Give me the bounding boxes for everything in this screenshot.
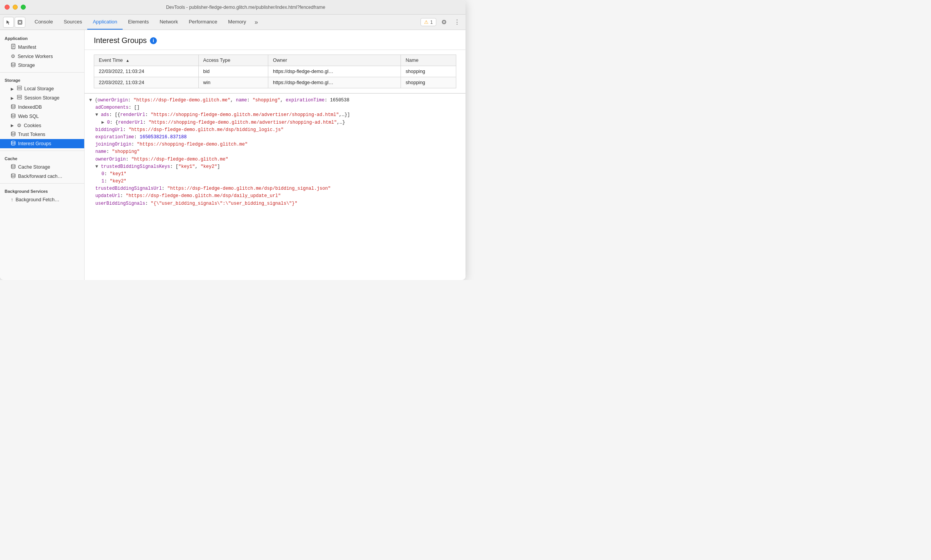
divider-1 [0,72,84,73]
background-fetch-icon: ↑ [11,197,13,202]
json-part: : { [110,120,118,125]
sidebar-item-cache-storage[interactable]: Cache Storage [0,162,84,172]
sidebar-item-web-sql[interactable]: Web SQL [0,112,84,121]
json-line: ▼ {ownerOrigin: "https://dsp-fledge-demo… [89,97,461,104]
json-part: "https://dsp-fledge-demo.glitch.me/dsp/d… [126,193,281,199]
sidebar-item-indexeddb[interactable]: IndexedDB [0,103,84,112]
more-options-button[interactable]: ⋮ [452,17,462,28]
json-part: ownerOrigin [98,98,128,103]
svg-point-14 [12,141,15,142]
tab-network[interactable]: Network [154,15,183,30]
json-part: "key2" [110,179,126,184]
cookies-icon: ⚙ [17,123,22,128]
tab-sources[interactable]: Sources [58,15,88,30]
svg-point-16 [12,174,15,175]
sidebar-item-interest-groups[interactable]: Interest Groups [0,139,84,148]
sidebar-item-manifest[interactable]: Manifest [0,42,84,52]
json-part: ▶ [101,120,107,125]
close-button[interactable] [5,5,10,10]
json-part: "https://dsp-fledge-demo.glitch.me" [133,98,230,103]
tab-elements[interactable]: Elements [123,15,154,30]
cell-event-time: 22/03/2022, 11:03:24 [94,66,199,77]
storage-app-icon [11,62,16,68]
json-part: , [195,164,200,169]
devtools-window: DevTools - publisher-fledge-demo.glitch.… [0,0,466,280]
json-part: : [106,149,112,154]
svg-point-6 [12,63,15,64]
json-part: : [134,134,140,140]
tab-memory[interactable]: Memory [223,15,251,30]
detail-area: ▼ {ownerOrigin: "https://dsp-fledge-demo… [85,93,466,280]
json-part: : [145,201,151,206]
table-row[interactable]: 22/03/2022, 11:03:24 bid https://dsp-fle… [94,66,456,77]
json-line: userBiddingSignals: "{\"user_bidding_sig… [89,200,461,207]
json-line: ▼ trustedBiddingSignalsKeys: ["key1", "k… [89,163,461,171]
col-owner[interactable]: Owner [268,55,401,66]
local-storage-arrow-icon: ▶ [11,87,14,91]
json-part: renderUrl [118,120,143,125]
table-row[interactable]: 22/03/2022, 11:03:24 win https://dsp-fle… [94,77,456,88]
sidebar-item-cache-storage-label: Cache Storage [18,164,50,170]
json-part: : [104,179,110,184]
json-part: : [145,112,151,118]
sidebar-item-session-storage[interactable]: ▶ Session Storage [0,93,84,103]
inspect-icon[interactable] [15,17,25,28]
tab-performance[interactable]: Performance [183,15,223,30]
json-part: : [128,98,133,103]
interest-groups-table-area: Event Time ▲ Access Type Owner Name 22/0… [85,50,466,93]
sidebar-item-back-forward-cache[interactable]: Back/forward cach… [0,172,84,181]
json-part: ,…} [337,120,345,125]
sidebar-item-back-forward-cache-label: Back/forward cach… [18,174,62,179]
tab-bar: Console Sources Application Elements Net… [29,15,420,30]
sidebar-item-cookies-label: Cookies [24,123,41,128]
session-storage-icon [17,95,22,101]
sidebar-item-cookies[interactable]: ▶ ⚙ Cookies [0,121,84,130]
sidebar-item-interest-groups-label: Interest Groups [18,141,51,146]
json-part: : [] [128,105,140,110]
json-part: trustedBiddingSignalsUrl [95,186,162,191]
col-event-time[interactable]: Event Time ▲ [94,55,199,66]
json-part: ads [101,112,109,118]
sidebar-item-trust-tokens[interactable]: Trust Tokens [0,130,84,139]
sidebar-item-background-fetch[interactable]: ↑ Background Fetch… [0,195,84,204]
json-part: expirationTime [286,98,324,103]
sidebar-item-service-workers[interactable]: ⚙ Service Workers [0,52,84,61]
cell-owner: https://dsp-fledge-demo.gl… [268,66,401,77]
svg-point-12 [12,114,15,115]
json-part: biddingUrl [95,127,123,133]
more-tabs-button[interactable]: » [251,15,261,30]
json-line: 1: "key2" [89,178,461,185]
tab-console[interactable]: Console [29,15,58,30]
info-icon[interactable]: i [150,37,157,44]
sidebar-section-storage: Storage [0,75,84,84]
sidebar-item-service-workers-label: Service Workers [18,54,53,59]
col-access-type[interactable]: Access Type [198,55,268,66]
cell-access-type: win [198,77,268,88]
divider-3 [0,183,84,184]
json-part: trustedBiddingSignalsKeys [101,164,170,169]
settings-button[interactable]: ⚙ [439,17,449,28]
cache-storage-icon [11,164,16,170]
sidebar-item-local-storage[interactable]: ▶ Local Storage [0,84,84,93]
tab-application[interactable]: Application [87,15,123,30]
json-part: : [126,157,131,162]
json-line: name: "shopping" [89,148,461,156]
json-line: trustedBiddingSignalsUrl: "https://dsp-f… [89,185,461,192]
json-part: "https://dsp-fledge-demo.glitch.me/dsp/b… [167,186,331,191]
content-area: Interest Groups i Event Time ▲ Access Ty… [85,30,466,280]
sidebar-section-application: Application [0,33,84,42]
json-part: : [120,193,126,199]
sidebar-item-storage-app[interactable]: Storage [0,61,84,70]
sidebar: Application Manifest ⚙ Service Workers S… [0,30,85,280]
svg-rect-9 [17,95,22,97]
warning-icon: ⚠ [424,19,429,25]
svg-point-15 [12,164,15,166]
cursor-icon[interactable] [3,17,14,28]
sidebar-item-background-fetch-label: Background Fetch… [16,197,60,202]
warning-badge[interactable]: ⚠ 1 [421,18,436,26]
maximize-button[interactable] [21,5,26,10]
titlebar: DevTools - publisher-fledge-demo.glitch.… [0,0,466,15]
minimize-button[interactable] [13,5,18,10]
sidebar-item-trust-tokens-label: Trust Tokens [18,132,45,137]
col-name[interactable]: Name [401,55,456,66]
